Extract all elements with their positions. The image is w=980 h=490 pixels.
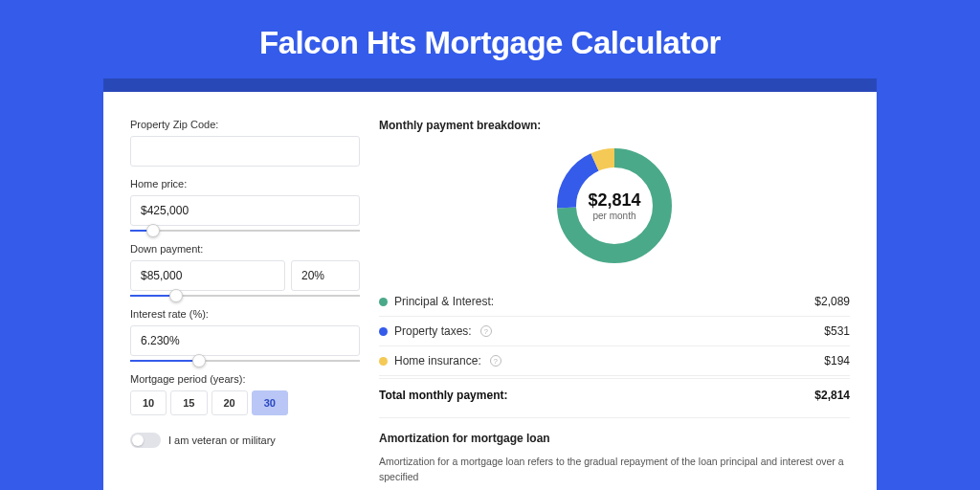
legend-value: $531	[824, 324, 850, 338]
page-title: Falcon Hts Mortgage Calculator	[0, 0, 980, 78]
slider-thumb[interactable]	[192, 354, 206, 368]
calculator-card: Property Zip Code: Home price: Down paym…	[103, 92, 877, 490]
card-backdrop: Property Zip Code: Home price: Down paym…	[103, 78, 877, 490]
interest-label: Interest rate (%):	[130, 308, 360, 320]
down-payment-slider[interactable]	[130, 295, 360, 297]
info-icon[interactable]: ?	[480, 325, 492, 337]
legend-value: $2,089	[814, 295, 850, 308]
zip-label: Property Zip Code:	[130, 119, 360, 130]
total-value: $2,814	[814, 389, 850, 402]
breakdown-column: Monthly payment breakdown: $2,814 per mo…	[379, 119, 850, 485]
legend-principal: Principal & Interest: $2,089	[379, 287, 850, 317]
total-row: Total monthly payment: $2,814	[379, 378, 850, 417]
down-payment-input[interactable]	[130, 260, 285, 291]
breakdown-title: Monthly payment breakdown:	[379, 119, 850, 132]
dot-icon	[379, 327, 388, 336]
legend-value: $194	[824, 354, 850, 368]
total-label: Total monthly payment:	[379, 389, 507, 402]
form-column: Property Zip Code: Home price: Down paym…	[130, 119, 360, 485]
donut-center-sub: per month	[592, 211, 635, 221]
slider-thumb[interactable]	[169, 289, 183, 302]
legend-label: Home insurance:	[394, 354, 481, 368]
period-label: Mortgage period (years):	[130, 373, 360, 385]
amortization-text: Amortization for a mortgage loan refers …	[379, 455, 850, 485]
amortization-title: Amortization for mortgage loan	[379, 432, 850, 445]
period-btn-30[interactable]: 30	[252, 390, 288, 415]
amortization-section: Amortization for mortgage loan Amortizat…	[379, 417, 850, 485]
dot-icon	[379, 298, 388, 306]
donut-center-value: $2,814	[588, 190, 640, 211]
legend-insurance: Home insurance: ? $194	[379, 346, 850, 376]
zip-input[interactable]	[130, 136, 360, 167]
dot-icon	[379, 357, 388, 366]
home-price-label: Home price:	[130, 178, 360, 189]
info-icon[interactable]: ?	[490, 355, 501, 367]
down-payment-label: Down payment:	[130, 243, 360, 255]
donut-chart: $2,814 per month	[554, 145, 675, 266]
slider-thumb[interactable]	[146, 224, 160, 237]
down-payment-pct-input[interactable]	[291, 260, 360, 291]
veteran-toggle[interactable]	[130, 433, 161, 448]
period-btn-20[interactable]: 20	[212, 390, 248, 415]
veteran-label: I am veteran or military	[168, 434, 276, 446]
legend-label: Principal & Interest:	[394, 295, 494, 308]
interest-slider[interactable]	[130, 360, 360, 362]
period-btn-10[interactable]: 10	[130, 390, 167, 415]
home-price-input[interactable]	[130, 195, 360, 226]
legend-label: Property taxes:	[394, 324, 472, 338]
interest-input[interactable]	[130, 325, 360, 356]
home-price-slider[interactable]	[130, 230, 360, 232]
period-button-group: 10 15 20 30	[130, 390, 360, 415]
legend-taxes: Property taxes: ? $531	[379, 317, 850, 346]
period-btn-15[interactable]: 15	[170, 390, 207, 415]
